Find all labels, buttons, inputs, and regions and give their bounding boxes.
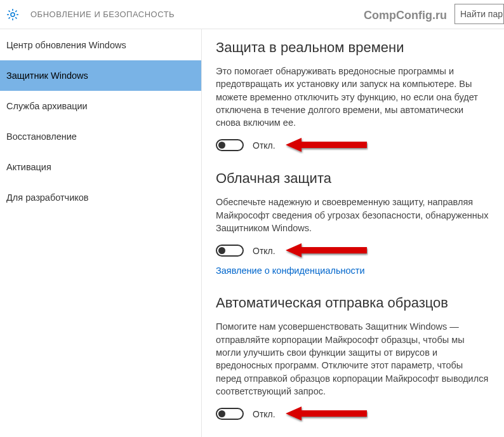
annotation-arrow-icon — [286, 241, 368, 260]
sidebar-item-update[interactable]: Центр обновления Windows — [0, 30, 201, 60]
sidebar-item-developers[interactable]: Для разработчиков — [0, 182, 201, 213]
realtime-toggle[interactable] — [216, 139, 244, 151]
section-title: Защита в реальном времени — [216, 39, 490, 56]
samples-toggle[interactable] — [216, 408, 244, 420]
toggle-row: Откл. — [216, 408, 490, 420]
toggle-label: Откл. — [253, 409, 275, 419]
toggle-knob — [218, 142, 225, 149]
privacy-link[interactable]: Заявление о конфиденциальности — [216, 266, 365, 276]
section-desc: Это помогает обнаруживать вредоносные пр… — [216, 65, 490, 129]
svg-point-0 — [11, 13, 15, 17]
svg-marker-1 — [286, 138, 367, 152]
sidebar-item-activation[interactable]: Активация — [0, 152, 201, 182]
search-placeholder: Найти пар — [460, 9, 503, 19]
toggle-row: Откл. — [216, 139, 490, 151]
section-title: Автоматическая отправка образцов — [216, 295, 490, 311]
annotation-arrow-icon — [286, 135, 368, 154]
sidebar-item-label: Восстановление — [6, 131, 77, 142]
sidebar-item-recovery[interactable]: Восстановление — [0, 121, 201, 152]
section-desc: Помогите нам усовершенствовать Защитник … — [216, 320, 490, 398]
section-title: Облачная защита — [216, 170, 490, 187]
section-desc: Обеспечьте надежную и своевременную защи… — [216, 196, 490, 234]
toggle-row: Откл. — [216, 245, 490, 257]
sidebar-item-label: Для разработчиков — [6, 192, 89, 203]
section-realtime: Защита в реальном времени Это помогает о… — [216, 39, 490, 151]
sidebar-item-label: Защитник Windows — [6, 71, 88, 81]
sidebar-item-label: Служба архивации — [6, 101, 88, 111]
toggle-label: Откл. — [253, 140, 275, 151]
sidebar-item-label: Центр обновления Windows — [6, 40, 126, 50]
toggle-knob — [218, 247, 225, 254]
header: ОБНОВЛЕНИЕ И БЕЗОПАСНОСТЬ CompConfig.ru … — [0, 0, 504, 29]
section-cloud: Облачная защита Обеспечьте надежную и св… — [216, 170, 490, 276]
sidebar-item-label: Активация — [6, 162, 51, 172]
sidebar-item-backup[interactable]: Служба архивации — [0, 91, 201, 121]
cloud-toggle[interactable] — [216, 245, 244, 257]
content: Защита в реальном времени Это помогает о… — [202, 29, 504, 437]
svg-marker-3 — [286, 407, 367, 420]
toggle-label: Откл. — [253, 246, 275, 256]
sidebar: Центр обновления Windows Защитник Window… — [0, 29, 202, 437]
page-title: ОБНОВЛЕНИЕ И БЕЗОПАСНОСТЬ — [30, 10, 175, 19]
svg-marker-2 — [286, 243, 367, 257]
search-input[interactable]: Найти пар — [454, 4, 504, 24]
sidebar-item-defender[interactable]: Защитник Windows — [0, 60, 201, 91]
toggle-knob — [218, 410, 225, 417]
gear-icon — [6, 8, 19, 21]
section-samples: Автоматическая отправка образцов Помогит… — [216, 295, 490, 420]
annotation-arrow-icon — [286, 404, 368, 423]
watermark: CompConfig.ru — [364, 9, 447, 22]
